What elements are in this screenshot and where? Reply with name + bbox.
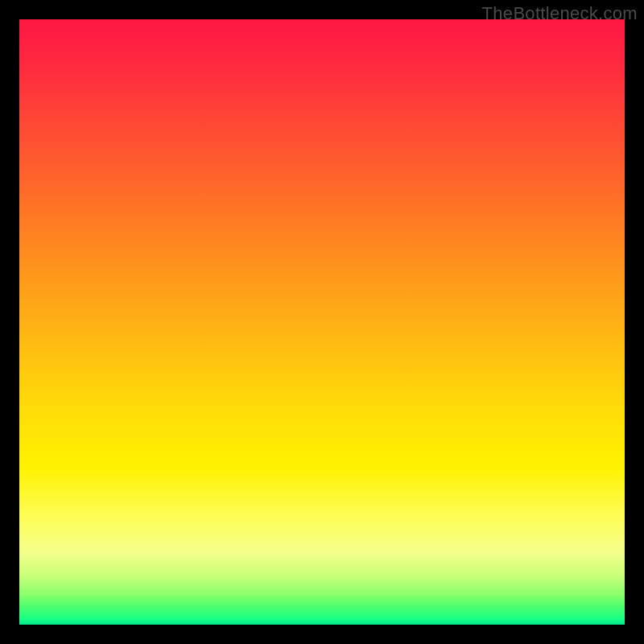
plot-area	[19, 19, 625, 625]
gradient-background	[19, 19, 625, 625]
chart-frame: TheBottleneck.com	[0, 0, 644, 644]
watermark-text: TheBottleneck.com	[482, 3, 638, 24]
